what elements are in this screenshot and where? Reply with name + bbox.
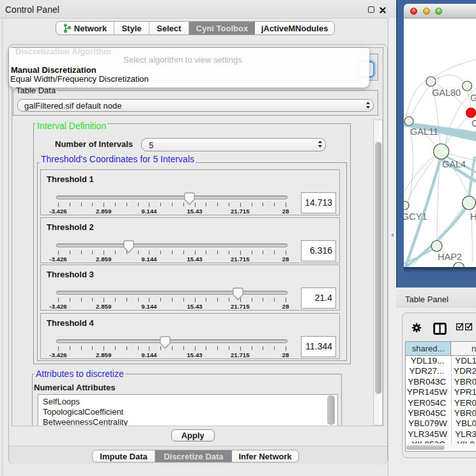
svg-text:GA: GA (470, 93, 476, 103)
svg-text:GAL4: GAL4 (442, 159, 466, 169)
svg-text:CY: CY (472, 118, 476, 128)
svg-text:HI: HI (470, 211, 476, 222)
svg-text:GAL80: GAL80 (432, 88, 461, 98)
svg-text:GAL11: GAL11 (410, 127, 438, 137)
svg-text:GCY1: GCY1 (404, 211, 427, 222)
svg-text:HAP2: HAP2 (438, 252, 462, 262)
